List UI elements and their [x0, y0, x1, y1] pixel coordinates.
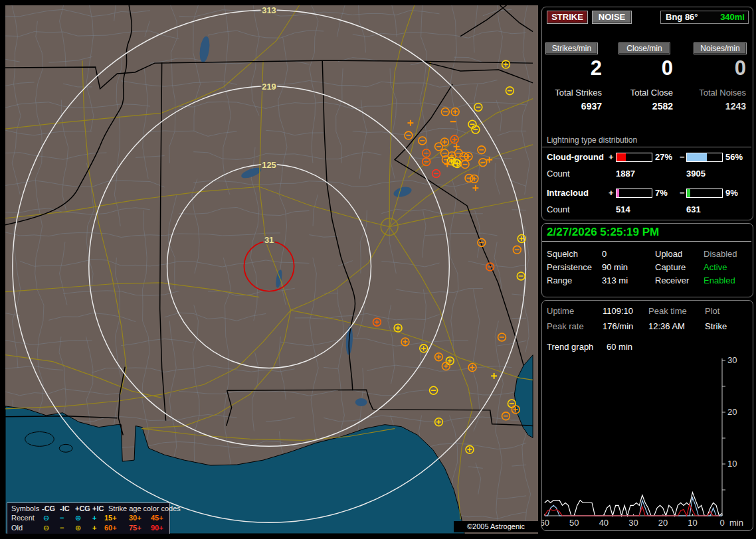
- strike-cn: [506, 87, 514, 95]
- svg-text:125: 125: [262, 160, 276, 170]
- trend-window-value: 60 min: [607, 342, 632, 352]
- ic-count-label: Count: [547, 204, 570, 214]
- uptime-label: Uptime: [547, 306, 574, 316]
- plot-value: Strike: [705, 321, 727, 331]
- strikes-per-min-button[interactable]: Strikes/min: [545, 42, 598, 54]
- close-per-min-button[interactable]: Close/min: [618, 42, 670, 54]
- total-strikes-value: 6937: [542, 101, 602, 112]
- ic-neg-bar: [686, 189, 723, 198]
- legend-header-pos-cg: +CG: [75, 504, 90, 512]
- strike-cp: [470, 175, 478, 183]
- legend-cell: ⊕: [75, 524, 81, 532]
- ic-pos-bar: [616, 189, 652, 198]
- total-close-label: Total Close: [613, 88, 673, 98]
- upload-status: Disabled: [704, 249, 737, 259]
- datetime-divider: [542, 241, 751, 242]
- legend-cell: Recent: [11, 514, 35, 522]
- noises-per-min-button[interactable]: Noises/min: [694, 42, 747, 54]
- strike-ip: [472, 185, 478, 191]
- legend-header-age-codes: Strike age color codes: [108, 504, 181, 512]
- capture-status: Active: [704, 262, 727, 272]
- strike-cn: [479, 159, 487, 167]
- strike-ip: [486, 157, 492, 163]
- distribution-title: Lightning type distribution: [547, 135, 637, 145]
- minus-sign: −: [680, 152, 685, 162]
- receiver-label: Receiver: [655, 275, 689, 285]
- range-label: Range: [547, 275, 572, 285]
- legend-cell: 75+: [129, 524, 142, 532]
- app-window: { "map": { "center": {"x": 409, "y": 405…: [0, 0, 756, 539]
- strike-cn: [405, 131, 413, 139]
- close-per-min-value: 0: [613, 56, 673, 80]
- upload-label: Upload: [655, 249, 682, 259]
- plus-sign: +: [609, 152, 614, 162]
- svg-text:313: 313: [262, 5, 276, 15]
- copyright-bar: ©2005 Astrogenic Systems: [454, 521, 538, 532]
- persistence-value: 90 min: [602, 262, 628, 272]
- strike-cn: [461, 161, 469, 169]
- cg-pos-pct: 27%: [655, 152, 672, 162]
- strike-cp: [401, 338, 409, 346]
- strike-cn: [498, 333, 506, 341]
- persistence-label: Persistence: [547, 262, 592, 272]
- capture-label: Capture: [655, 262, 686, 272]
- cg-neg-bar: [686, 153, 723, 162]
- cg-count-label: Count: [547, 169, 570, 179]
- intracloud-label: Intracloud: [547, 188, 589, 198]
- lightning-map[interactable]: 31321912531 Symbols -CG -IC +CG +IC Stri…: [5, 5, 538, 534]
- bearing-readout: Bng 86° 340mi: [660, 11, 749, 24]
- strike-cn: [432, 170, 440, 178]
- legend-cell: 90+: [151, 524, 163, 532]
- plot-label: Plot: [705, 306, 719, 316]
- legend-cell: 45+: [151, 514, 163, 522]
- strike-cn: [517, 272, 525, 280]
- legend-cell: Old: [11, 524, 23, 532]
- strike-cn: [508, 400, 516, 408]
- noise-mode-button[interactable]: NOISE: [592, 11, 632, 24]
- legend-cell: −: [60, 524, 64, 532]
- strike-cn: [441, 108, 449, 116]
- ic-neg-count: 631: [686, 204, 701, 214]
- legend-cell: +: [92, 514, 96, 522]
- strikes-per-min-value: 2: [542, 56, 602, 80]
- legend-cell: −: [60, 514, 64, 522]
- legend-header-neg-ic: -IC: [60, 504, 70, 512]
- cloud-ground-label: Cloud-ground: [547, 152, 604, 162]
- bearing-distance: 340mi: [720, 11, 745, 23]
- legend-header-neg-cg: -CG: [42, 504, 55, 512]
- svg-text:219: 219: [262, 82, 276, 92]
- peak-rate-value: 176/min: [603, 321, 633, 331]
- strike-cp: [394, 324, 402, 332]
- legend-header-pos-ic: +IC: [92, 504, 104, 512]
- datetime-display: 2/27/2026 5:25:19 PM: [547, 226, 659, 239]
- strike-cn: [435, 143, 443, 151]
- strike-cp: [446, 357, 454, 365]
- strike-cp: [442, 362, 450, 370]
- cg-neg-pct: 56%: [725, 152, 743, 162]
- uptime-value: 1109:10: [603, 306, 633, 316]
- minus-sign: −: [680, 188, 685, 198]
- cg-pos-bar: [616, 153, 652, 162]
- total-noises-label: Total Noises: [686, 88, 746, 98]
- range-value: 313 mi: [602, 275, 628, 285]
- ic-pos-pct: 7%: [655, 188, 668, 198]
- strike-cn: [474, 104, 482, 112]
- legend-cell: ⊖: [43, 524, 49, 532]
- peak-time-value: 12:36 AM: [648, 321, 685, 331]
- trend-panel: Uptime 1109:10 Peak time Plot Peak rate …: [541, 300, 753, 531]
- distribution-divider: [542, 147, 751, 147]
- strike-ip: [407, 120, 413, 126]
- strike-cp: [373, 318, 381, 326]
- map-canvas: 31321912531: [5, 5, 538, 534]
- ic-neg-pct: 9%: [725, 188, 738, 198]
- bearing-value: Bng 86°: [666, 11, 698, 23]
- noises-per-min-value: 0: [686, 56, 746, 80]
- strike-ip: [491, 373, 497, 379]
- strike-cn: [502, 412, 510, 420]
- legend-cell: 60+: [104, 524, 117, 532]
- legend-cell: ⊕: [75, 514, 81, 522]
- strike-cp: [502, 60, 510, 68]
- strike-mode-button[interactable]: STRIKE: [547, 11, 588, 24]
- strike-cn: [478, 146, 486, 154]
- strike-cp: [435, 353, 443, 361]
